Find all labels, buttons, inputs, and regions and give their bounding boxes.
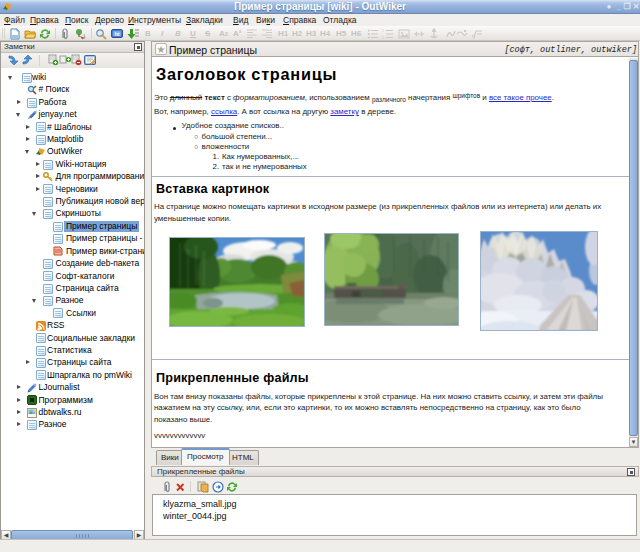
- svg-text:2: 2: [382, 35, 385, 40]
- svg-text:ht: ht: [115, 31, 120, 37]
- svg-text:1: 1: [382, 28, 385, 33]
